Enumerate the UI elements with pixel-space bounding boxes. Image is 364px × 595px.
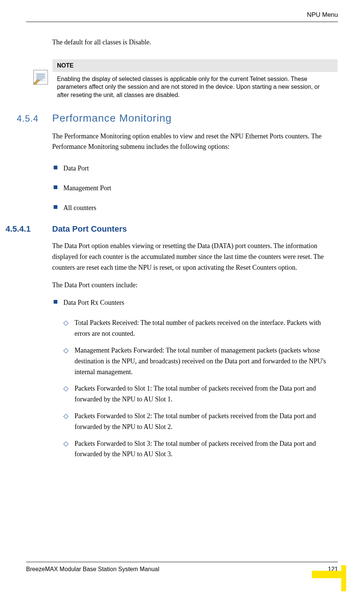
list-item: Total Packets Received: The total number… (63, 317, 338, 339)
intro-paragraph: The default for all classes is Disable. (52, 37, 338, 48)
subsection-paragraph-2: The Data Port counters include: (52, 280, 338, 291)
list-item: Data Port (52, 163, 338, 173)
rx-counters-list: Total Packets Received: The total number… (63, 317, 338, 460)
list-item: Packets Forwarded to Slot 1: The total n… (63, 383, 338, 405)
section-number: 4.5.4 (17, 113, 52, 124)
subsection-title: Data Port Counters (52, 224, 127, 234)
note-icon (26, 59, 52, 85)
note-block: NOTE Enabling the display of selected cl… (26, 59, 338, 101)
section-bullet-list: Data Port Management Port All counters (52, 163, 338, 213)
note-text: Enabling the display of selected classes… (53, 72, 338, 101)
list-item: All counters (52, 203, 338, 213)
rx-counters-group: Data Port Rx Counters (52, 298, 338, 308)
section-heading: 4.5.4 Performance Monitoring (17, 112, 338, 124)
footer-manual-title: BreezeMAX Modular Base Station System Ma… (26, 566, 159, 573)
header-title: NPU Menu (307, 11, 338, 18)
list-item: Packets Forwarded to Slot 2: The total n… (63, 411, 338, 432)
subsection-number: 4.5.4.1 (6, 224, 52, 234)
section-paragraph: The Performance Monitoring option enable… (52, 131, 338, 153)
decorative-bar-vertical (341, 565, 346, 591)
list-item: Management Packets Forwarded: The total … (63, 345, 338, 377)
decorative-bar-horizontal (312, 571, 342, 578)
section-title: Performance Monitoring (52, 112, 172, 124)
list-item: Packets Forwarded to Slot 3: The total n… (63, 438, 338, 460)
page-footer: BreezeMAX Modular Base Station System Ma… (26, 562, 338, 573)
list-item: Management Port (52, 183, 338, 193)
subsection-heading: 4.5.4.1 Data Port Counters (6, 224, 338, 234)
page-header: NPU Menu (26, 11, 338, 22)
subsection-paragraph-1: The Data Port option enables viewing or … (52, 241, 338, 273)
list-item: Data Port Rx Counters (52, 298, 338, 308)
note-label: NOTE (53, 59, 338, 72)
